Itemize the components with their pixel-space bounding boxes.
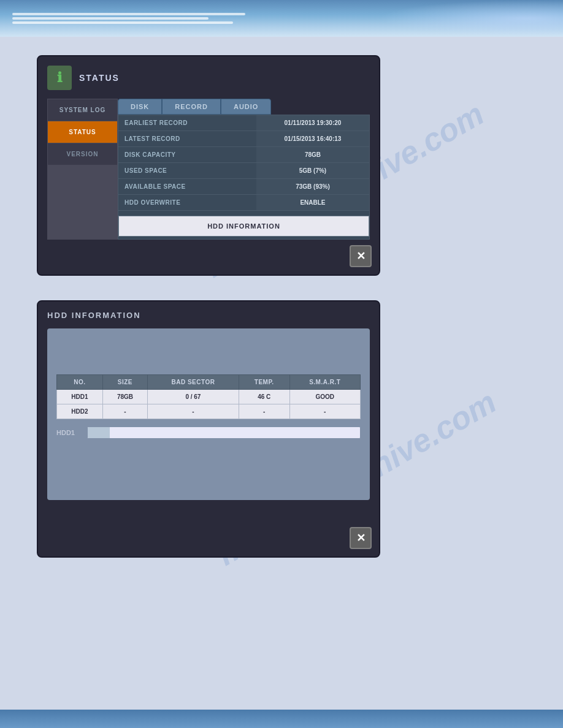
table-row: AVAILABLE SPACE 73GB (93%) bbox=[118, 179, 369, 195]
hdd1-bad-sector: 0 / 67 bbox=[147, 390, 239, 404]
tab-record[interactable]: RECORD bbox=[162, 99, 221, 115]
table-row: DISK CAPACITY 78GB bbox=[118, 147, 369, 163]
sidebar-item-status[interactable]: STATUS bbox=[48, 121, 117, 143]
banner-line-3 bbox=[12, 21, 233, 24]
col-size: SIZE bbox=[102, 375, 147, 390]
hdd2-smart: - bbox=[289, 404, 361, 419]
disk-info-content: EARLIEST RECORD 01/11/2013 19:30:20 LATE… bbox=[118, 115, 370, 240]
hdd1-no: HDD1 bbox=[57, 390, 103, 404]
col-no: NO. bbox=[57, 375, 103, 390]
value-earliest-record: 01/11/2013 19:30:20 bbox=[256, 115, 369, 131]
hdd2-no: HDD2 bbox=[57, 404, 103, 419]
hdd-information-button[interactable]: HDD INFORMATION bbox=[118, 216, 369, 237]
sidebar-item-system-log[interactable]: SYSTEM LOG bbox=[48, 99, 117, 121]
table-row: HDD OVERWRITE ENABLE bbox=[118, 195, 369, 211]
info-table: EARLIEST RECORD 01/11/2013 19:30:20 LATE… bbox=[118, 115, 369, 211]
hdd1-size: 78GB bbox=[102, 390, 147, 404]
hdd-progress-label: HDD1 bbox=[56, 429, 81, 436]
top-banner bbox=[0, 0, 563, 37]
table-row: LATEST RECORD 01/15/2013 16:40:13 bbox=[118, 131, 369, 147]
banner-line-2 bbox=[12, 17, 209, 20]
hdd-progress-bar bbox=[87, 427, 361, 439]
status-dialog: STATUS SYSTEM LOG STATUS VERSION bbox=[37, 55, 380, 276]
tabs-row: DISK RECORD AUDIO bbox=[118, 99, 370, 115]
tab-audio[interactable]: AUDIO bbox=[221, 99, 271, 115]
hdd-table-header-row: NO. SIZE BAD SECTOR TEMP. S.M.A.R.T bbox=[57, 375, 361, 390]
label-hdd-overwrite: HDD OVERWRITE bbox=[118, 195, 256, 211]
value-available-space: 73GB (93%) bbox=[256, 179, 369, 195]
hdd2-size: - bbox=[102, 404, 147, 419]
label-earliest-record: EARLIEST RECORD bbox=[118, 115, 256, 131]
hdd-progress-row: HDD1 bbox=[56, 427, 361, 439]
hdd2-temp: - bbox=[239, 404, 289, 419]
hdd-table-container: NO. SIZE BAD SECTOR TEMP. S.M.A.R.T HDD1… bbox=[56, 374, 361, 439]
status-dialog-title: STATUS bbox=[79, 73, 120, 83]
hdd-dialog-title: HDD INFORMATION bbox=[47, 311, 370, 320]
hdd-close-button[interactable]: ✕ bbox=[350, 527, 372, 549]
value-latest-record: 01/15/2013 16:40:13 bbox=[256, 131, 369, 147]
hdd-row-1: HDD1 78GB 0 / 67 46 C GOOD bbox=[57, 390, 361, 404]
hdd1-smart: GOOD bbox=[289, 390, 361, 404]
hdd-information-dialog: HDD INFORMATION NO. SIZE BAD SECTOR TEMP… bbox=[37, 300, 380, 558]
hdd-progress-fill bbox=[88, 427, 110, 438]
dialog-title-bar: STATUS bbox=[47, 66, 370, 90]
bottom-banner bbox=[0, 710, 563, 728]
label-available-space: AVAILABLE SPACE bbox=[118, 179, 256, 195]
value-used-space: 5GB (7%) bbox=[256, 163, 369, 179]
tabs-content-area: SYSTEM LOG STATUS VERSION DISK RECORD bbox=[47, 99, 370, 240]
label-latest-record: LATEST RECORD bbox=[118, 131, 256, 147]
value-disk-capacity: 78GB bbox=[256, 147, 369, 163]
tab-disk[interactable]: DISK bbox=[118, 99, 162, 115]
sidebar-item-empty-3 bbox=[48, 214, 117, 239]
table-row: EARLIEST RECORD 01/11/2013 19:30:20 bbox=[118, 115, 369, 131]
value-hdd-overwrite: ENABLE bbox=[256, 195, 369, 211]
banner-decoration bbox=[0, 0, 245, 37]
status-close-button[interactable]: ✕ bbox=[350, 245, 372, 267]
right-panel: DISK RECORD AUDIO EARLIEST RECORD 01/11/… bbox=[118, 99, 370, 240]
sidebar-item-empty-1 bbox=[48, 165, 117, 190]
hdd2-bad-sector: - bbox=[147, 404, 239, 419]
left-sidebar: SYSTEM LOG STATUS VERSION bbox=[47, 99, 118, 240]
table-row: USED SPACE 5GB (7%) bbox=[118, 163, 369, 179]
hdd1-temp: 46 C bbox=[239, 390, 289, 404]
hdd-table: NO. SIZE BAD SECTOR TEMP. S.M.A.R.T HDD1… bbox=[56, 374, 361, 419]
sidebar-item-version[interactable]: VERSION bbox=[48, 143, 117, 165]
label-used-space: USED SPACE bbox=[118, 163, 256, 179]
banner-line-1 bbox=[12, 13, 245, 15]
hdd-inner-panel: NO. SIZE BAD SECTOR TEMP. S.M.A.R.T HDD1… bbox=[47, 328, 370, 500]
status-icon bbox=[47, 66, 72, 90]
sidebar-item-empty-2 bbox=[48, 190, 117, 214]
main-content: STATUS SYSTEM LOG STATUS VERSION bbox=[0, 37, 563, 576]
col-temp: TEMP. bbox=[239, 375, 289, 390]
label-disk-capacity: DISK CAPACITY bbox=[118, 147, 256, 163]
col-bad-sector: BAD SECTOR bbox=[147, 375, 239, 390]
hdd-row-2: HDD2 - - - - bbox=[57, 404, 361, 419]
col-smart: S.M.A.R.T bbox=[289, 375, 361, 390]
